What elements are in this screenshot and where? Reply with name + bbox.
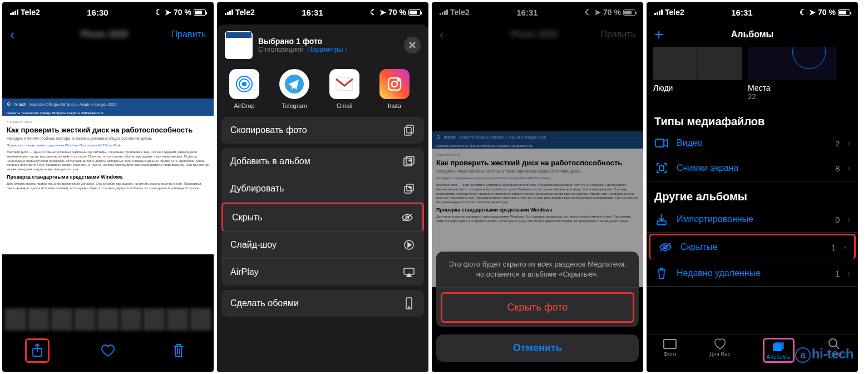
share-subtitle: С геопозицией Параметры › xyxy=(258,46,347,53)
svg-rect-22 xyxy=(657,221,666,225)
screenshot-icon xyxy=(654,162,669,174)
status-bar: Tele2 16:31 ☾➤70 % xyxy=(647,2,858,22)
close-button[interactable] xyxy=(404,37,421,53)
eye-slash-icon xyxy=(658,242,673,252)
watermark: ahi-tech xyxy=(795,346,854,363)
gmail-app[interactable]: Gmail xyxy=(325,69,364,109)
back-button[interactable]: ‹ xyxy=(10,26,15,43)
svg-point-19 xyxy=(408,307,410,308)
share-options-link[interactable]: Параметры › xyxy=(307,46,347,53)
thumbnail-strip[interactable] xyxy=(2,306,214,333)
video-row[interactable]: Видео 2› xyxy=(647,131,858,155)
carrier: Tele2 xyxy=(21,8,40,17)
duplicate-icon xyxy=(403,183,415,195)
screenshots-row[interactable]: Снимки экрана 8› xyxy=(647,155,858,181)
delete-button[interactable] xyxy=(166,338,191,363)
screenshot-2: Tele2 16:31 ☾➤70 % Выбрано 1 фото С геоп… xyxy=(217,2,428,372)
status-bar: Tele2 16:31 ☾➤70 % xyxy=(217,2,428,22)
hide-action[interactable]: Скрыть xyxy=(221,203,424,232)
hide-alert: Это фото будет скрыто из всех разделов М… xyxy=(436,252,639,327)
svg-rect-21 xyxy=(659,166,664,170)
album-plus-icon xyxy=(403,155,415,168)
alert-message: Это фото будет скрыто из всех разделов М… xyxy=(436,252,639,288)
battery-pct: 70 % xyxy=(174,8,191,17)
svg-rect-20 xyxy=(655,139,664,147)
screenshot-1: Tele2 16:30 ☾➤70 % ‹ Photo 2020 Править … xyxy=(2,2,214,372)
share-title: Выбрано 1 фото xyxy=(258,37,347,46)
albums-content[interactable]: Люди Места 22 Типы медиафайлов Видео 2› … xyxy=(647,47,858,334)
hide-photo-button[interactable]: Скрыть фото xyxy=(441,292,634,323)
recently-deleted-row[interactable]: Недавно удаленные 1› xyxy=(647,260,858,287)
screenshot-4: Tele2 16:31 ☾➤70 % + Альбомы Люди Места … xyxy=(647,2,858,372)
section-other-albums: Другие альбомы xyxy=(647,181,858,206)
airplay-icon xyxy=(403,266,415,278)
status-bar: Tele2 16:30 ☾➤70 % xyxy=(2,2,214,22)
nav-bar: + Альбомы xyxy=(647,22,858,47)
svg-rect-5 xyxy=(336,78,353,90)
section-media-types: Типы медиафайлов xyxy=(647,106,858,131)
time: 16:30 xyxy=(87,8,108,17)
svg-rect-27 xyxy=(775,342,784,350)
imported-row[interactable]: Импортированные 0› xyxy=(647,206,858,233)
add-album-button[interactable]: + xyxy=(654,26,663,43)
copy-photo-action[interactable]: Скопировать фото xyxy=(221,117,424,144)
airplay-action[interactable]: AirPlay xyxy=(221,259,424,286)
video-icon xyxy=(654,139,669,147)
tab-for-you[interactable]: Для Вас xyxy=(709,338,731,363)
svg-rect-25 xyxy=(664,340,675,348)
wallpaper-action[interactable]: Сделать обоями xyxy=(221,290,424,317)
airdrop-app[interactable]: AirDrop xyxy=(225,69,264,109)
cancel-button[interactable]: Отменить xyxy=(436,334,639,362)
tab-albums[interactable]: Альбомы xyxy=(763,338,795,363)
svg-point-7 xyxy=(392,81,397,87)
photo-viewer[interactable]: ⊙hi-techНовости Обзоры Каталог ⌂ Акции и… xyxy=(2,47,214,306)
svg-point-1 xyxy=(242,82,246,86)
share-sheet: Выбрано 1 фото С геопозицией Параметры ›… xyxy=(217,24,428,372)
trash-icon xyxy=(654,267,669,279)
telegram-app[interactable]: Telegram xyxy=(275,69,314,109)
places-album[interactable]: Места 22 xyxy=(748,47,837,101)
instagram-app[interactable]: Insta xyxy=(375,69,414,109)
slideshow-action[interactable]: Слайд-шоу xyxy=(221,232,424,259)
add-to-album-action[interactable]: Добавить в альбом xyxy=(221,148,424,175)
favorite-button[interactable] xyxy=(96,338,120,363)
tab-photos[interactable]: Фото xyxy=(663,338,677,363)
share-apps-row[interactable]: AirDrop Telegram Gmail Insta xyxy=(221,66,424,117)
screenshot-3: Tele2 16:31 ☾➤70 % ‹ Photo 2020 Править … xyxy=(432,2,643,372)
article-preview: ⊙hi-techНовости Обзоры Каталог ⌂ Акции и… xyxy=(2,99,214,254)
copy-icon xyxy=(403,124,415,136)
edit-button[interactable]: Править xyxy=(171,29,206,40)
toolbar xyxy=(2,333,214,372)
play-icon xyxy=(403,239,415,251)
svg-point-8 xyxy=(398,80,400,81)
people-album[interactable]: Люди xyxy=(653,47,742,101)
download-icon xyxy=(654,213,669,225)
eye-slash-icon xyxy=(401,211,413,224)
share-thumbnail xyxy=(225,31,253,59)
photo-title-blurred: Photo 2020 xyxy=(38,29,171,40)
share-button[interactable] xyxy=(25,338,50,363)
nav-bar: ‹ Photo 2020 Править xyxy=(2,22,214,47)
svg-rect-10 xyxy=(405,127,411,135)
duplicate-action[interactable]: Дублировать xyxy=(221,175,424,203)
svg-rect-9 xyxy=(407,125,413,133)
hidden-row[interactable]: Скрытые 1› xyxy=(649,234,856,259)
phone-icon xyxy=(403,297,415,309)
svg-rect-11 xyxy=(404,158,412,166)
page-title: Альбомы xyxy=(682,29,822,40)
